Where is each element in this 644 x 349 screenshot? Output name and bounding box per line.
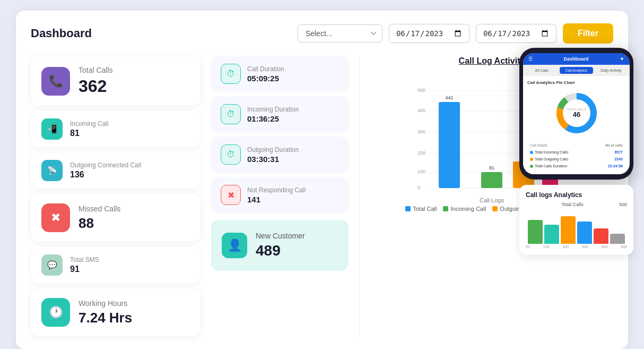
svg-text:81: 81 <box>489 165 494 171</box>
working-hours-value: 7.24 Hrs <box>79 310 190 326</box>
total-calls-label: Total Calls <box>79 66 190 74</box>
svg-text:441: 441 <box>445 95 453 100</box>
analytics-total-label: Total Calls <box>526 202 627 207</box>
phone-overlay: ☰ Dashboard ▼ All Calls Call Analytics D… <box>519 48 633 255</box>
phone-screen: ☰ Dashboard ▼ All Calls Call Analytics D… <box>523 53 630 174</box>
new-customer-value: 489 <box>256 242 305 259</box>
date-from-input[interactable] <box>389 24 469 43</box>
phone-tabs: All Calls Call Analytics Daily Activity <box>523 65 630 76</box>
y-label-50: 50 <box>526 245 530 249</box>
mini-bar-3 <box>561 216 576 244</box>
outgoing-duration-label: Outgoing Duration <box>247 146 299 154</box>
header-controls: Select... Filter <box>298 23 613 44</box>
mini-bar-4 <box>577 222 592 244</box>
svg-text:200: 200 <box>417 150 425 156</box>
table-row-incoming-label: Total Incoming Calls: <box>535 150 569 154</box>
call-duration-icon: ⏱ <box>221 64 241 84</box>
legend-total-label: Total Call <box>413 206 437 212</box>
legend-incoming-label: Incoming Call <box>450 206 486 212</box>
call-duration-label: Call Duration <box>247 65 284 73</box>
not-responding-info: Not Responding Call 141 <box>247 186 306 204</box>
pie-chart-title: Call Analytics Pie Chart <box>527 80 625 85</box>
missed-calls-info: Missed Calls 88 <box>79 205 190 232</box>
svg-text:100: 100 <box>417 169 425 174</box>
y-label-400: 400 <box>602 245 608 249</box>
phone-tab-analytics[interactable]: Call Analytics <box>560 67 593 74</box>
not-responding-value: 141 <box>247 195 306 204</box>
outgoing-connected-label: Outgoing Connected Call <box>70 161 141 169</box>
select-dropdown[interactable]: Select... <box>298 24 382 42</box>
total-calls-card: 📞 Total Calls 362 <box>31 56 201 106</box>
dot-duration <box>530 165 533 168</box>
incoming-call-value: 81 <box>70 129 109 138</box>
total-calls-value: 362 <box>79 76 190 96</box>
outgoing-duration-icon: ⏱ <box>221 144 241 165</box>
new-customer-info: New Customer 489 <box>256 232 305 259</box>
y-label-500: 500 <box>621 245 627 249</box>
mini-bar-5 <box>594 228 608 244</box>
phone-tab-daily[interactable]: Daily Activity <box>595 67 628 74</box>
phone-stats-table: Call Details No of calls Total Incoming … <box>527 141 625 170</box>
incoming-duration-label: Incoming Duration <box>247 106 299 113</box>
working-hours-label: Working Hours <box>79 299 190 308</box>
new-customer-label: New Customer <box>256 232 305 240</box>
svg-text:46: 46 <box>572 110 580 118</box>
y-label-200: 200 <box>562 245 569 249</box>
table-row-duration-label: Total Calls Duration: <box>535 164 568 168</box>
table-header-details: Call Details <box>528 142 592 148</box>
incoming-duration-card: ⏱ Incoming Duration 01:36:25 <box>211 97 349 132</box>
mini-bar-6 <box>610 234 625 244</box>
table-row-incoming-value: 6577 <box>593 149 624 155</box>
new-customer-icon: 👤 <box>222 233 247 258</box>
incoming-call-label: Incoming Call <box>70 120 109 127</box>
left-column: 📞 Total Calls 362 📲 Incoming Call 81 <box>31 56 211 336</box>
bar-incoming <box>481 172 502 188</box>
incoming-call-info: Incoming Call 81 <box>70 120 109 138</box>
call-duration-card: ⏱ Call Duration 05:09:25 <box>211 56 349 91</box>
analytics-card-title: Call logs Analytics <box>526 191 627 199</box>
table-row-outgoing-value: 2343 <box>593 156 624 162</box>
phone-menu-icon: ☰ <box>528 56 533 62</box>
mini-bar-1 <box>528 220 543 244</box>
missed-calls-icon: ✖ <box>41 203 70 232</box>
phone-mockup: ☰ Dashboard ▼ All Calls Call Analytics D… <box>519 48 633 180</box>
call-duration-value: 05:09:25 <box>247 74 284 83</box>
date-to-input[interactable] <box>476 24 556 43</box>
not-responding-card: ✖ Not Responding Call 141 <box>211 177 349 212</box>
incoming-call-card: 📲 Incoming Call 81 <box>31 111 201 147</box>
total-sms-card: 💬 Total SMS 91 <box>31 247 201 283</box>
svg-text:400: 400 <box>417 108 425 113</box>
outgoing-duration-card: ⏱ Outgoing Duration 03:30:31 <box>211 137 349 172</box>
total-sms-icon: 💬 <box>41 254 63 276</box>
filter-button[interactable]: Filter <box>563 23 613 44</box>
not-responding-label: Not Responding Call <box>247 186 306 194</box>
y-label-300: 300 <box>582 245 588 249</box>
outgoing-connected-icon: 📡 <box>41 160 63 181</box>
legend-incoming: Incoming Call <box>443 206 486 212</box>
incoming-call-icon: 📲 <box>41 118 63 140</box>
outgoing-duration-info: Outgoing Duration 03:30:31 <box>247 146 299 164</box>
not-responding-icon: ✖ <box>221 185 241 205</box>
incoming-duration-info: Incoming Duration 01:36:25 <box>247 106 299 123</box>
phone-header: ☰ Dashboard ▼ <box>523 53 630 65</box>
missed-calls-value: 88 <box>79 215 190 232</box>
new-customer-card: 👤 New Customer 489 <box>211 220 349 271</box>
analytics-card: Call logs Analytics 500 Total Calls 50 1… <box>519 185 633 255</box>
working-hours-info: Working Hours 7.24 Hrs <box>79 299 190 326</box>
total-sms-value: 91 <box>70 265 99 274</box>
dot-outgoing <box>530 158 533 161</box>
phone-title: Dashboard <box>564 56 589 62</box>
table-row-duration-value: 23:34:98 <box>593 163 624 169</box>
mini-bar-chart <box>526 209 627 244</box>
phone-filter-icon: ▼ <box>620 56 624 62</box>
legend-outgoing-dot <box>492 206 498 211</box>
middle-column: ⏱ Call Duration 05:09:25 ⏱ Incoming Dura… <box>211 56 360 336</box>
donut-chart: TOTAL CALLS 46 <box>527 89 625 137</box>
call-duration-info: Call Duration 05:09:25 <box>247 65 284 83</box>
total-calls-info: Total Calls 362 <box>79 66 190 96</box>
phone-tab-all-calls[interactable]: All Calls <box>525 67 558 74</box>
outgoing-duration-value: 03:30:31 <box>247 155 299 164</box>
phone-icon: 📞 <box>41 67 70 96</box>
outgoing-connected-info: Outgoing Connected Call 136 <box>70 161 141 180</box>
legend-total: Total Call <box>405 206 437 212</box>
